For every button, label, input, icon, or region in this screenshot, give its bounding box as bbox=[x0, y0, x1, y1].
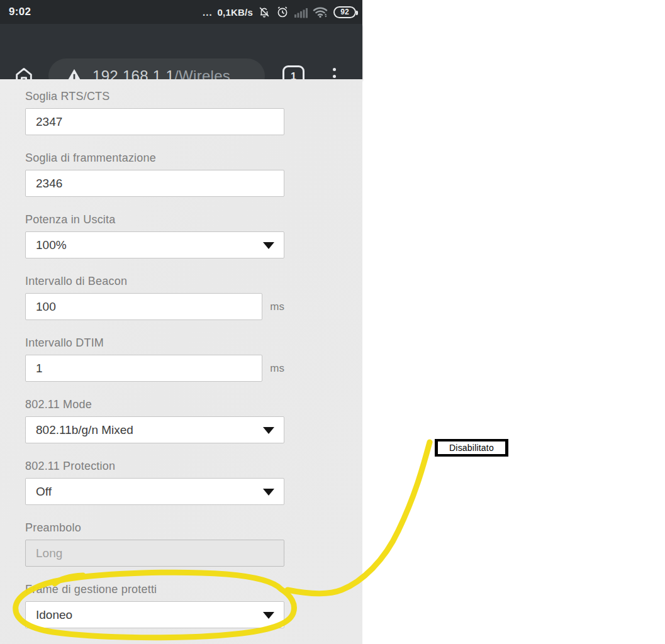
wireless-settings-form: Soglia RTS/CTS Soglia di frammentazione … bbox=[0, 79, 362, 644]
form-field: Frame di gestione protetti Idoneo bbox=[25, 583, 284, 628]
screenshot-stage: 9:02 ... 0,1KB/s bbox=[0, 0, 665, 644]
field-row: 802.11b/g/n Mixed bbox=[25, 416, 284, 443]
field-row bbox=[25, 170, 284, 197]
notification-overflow-dots: ... bbox=[203, 7, 213, 18]
annotation-text: Disabilitato bbox=[449, 443, 494, 453]
form-field: Soglia RTS/CTS bbox=[25, 90, 284, 135]
phone-screenshot: 9:02 ... 0,1KB/s bbox=[0, 0, 362, 644]
form-field: 802.11 Protection Off bbox=[25, 460, 284, 505]
field-label: Frame di gestione protetti bbox=[25, 583, 284, 596]
field-input[interactable] bbox=[25, 108, 284, 135]
field-label: Intervallo di Beacon bbox=[25, 275, 284, 287]
clock: 9:02 bbox=[9, 6, 31, 18]
annotation-label: Disabilitato bbox=[435, 439, 508, 457]
field-select[interactable]: Idoneo bbox=[25, 601, 284, 628]
form-fields: Soglia RTS/CTS Soglia di frammentazione … bbox=[25, 90, 362, 628]
field-label: Soglia di frammentazione bbox=[25, 152, 284, 164]
field-input[interactable] bbox=[25, 355, 262, 382]
selected-value: Idoneo bbox=[36, 608, 72, 622]
cell-signal-icon bbox=[294, 6, 308, 18]
field-select[interactable]: 100% bbox=[25, 231, 284, 258]
form-field: Soglia di frammentazione bbox=[25, 152, 284, 197]
field-row bbox=[25, 108, 284, 135]
dropdown-arrow-icon bbox=[263, 612, 274, 619]
form-field: Intervallo DTIM ms bbox=[25, 336, 284, 382]
battery-icon: 92 bbox=[333, 6, 356, 18]
field-label: Soglia RTS/CTS bbox=[25, 90, 284, 103]
form-field: Intervallo di Beacon ms bbox=[25, 275, 284, 320]
selected-value: Off bbox=[36, 485, 52, 499]
field-select[interactable]: 802.11b/g/n Mixed bbox=[25, 416, 284, 443]
field-label: 802.11 Protection bbox=[25, 460, 284, 472]
field-input[interactable] bbox=[25, 293, 262, 320]
form-field: Preambolo bbox=[25, 521, 284, 567]
dropdown-arrow-icon bbox=[263, 489, 274, 496]
notifications-muted-icon bbox=[257, 5, 271, 19]
status-bar: 9:02 ... 0,1KB/s bbox=[0, 0, 362, 24]
field-row: 100% bbox=[25, 231, 284, 258]
dropdown-arrow-icon bbox=[263, 242, 274, 249]
form-field: 802.11 Mode 802.11b/g/n Mixed bbox=[25, 398, 284, 443]
wifi-icon bbox=[313, 5, 329, 19]
field-input[interactable] bbox=[25, 170, 284, 197]
field-label: Potenza in Uscita bbox=[25, 213, 284, 226]
field-label: 802.11 Mode bbox=[25, 398, 284, 411]
field-row: ms bbox=[25, 355, 284, 382]
network-speed: 0,1KB/s bbox=[218, 7, 253, 18]
kebab-menu-icon bbox=[333, 68, 336, 71]
field-select[interactable]: Off bbox=[25, 478, 284, 505]
field-row: Off bbox=[25, 478, 284, 505]
selected-value: 802.11b/g/n Mixed bbox=[36, 423, 133, 437]
battery-percent: 92 bbox=[340, 8, 349, 16]
field-input bbox=[25, 540, 284, 567]
unit-label: ms bbox=[270, 362, 284, 375]
field-label: Preambolo bbox=[25, 521, 284, 534]
field-label: Intervallo DTIM bbox=[25, 336, 284, 349]
field-row: Idoneo bbox=[25, 601, 284, 628]
field-row: ms bbox=[25, 293, 284, 320]
field-row bbox=[25, 540, 284, 567]
selected-value: 100% bbox=[36, 238, 67, 252]
browser-toolbar: 192.168.1.1/Wireles 1 bbox=[0, 24, 362, 79]
unit-label: ms bbox=[270, 301, 284, 313]
dropdown-arrow-icon bbox=[263, 427, 274, 434]
alarm-icon bbox=[276, 5, 289, 19]
form-field: Potenza in Uscita 100% bbox=[25, 213, 284, 258]
